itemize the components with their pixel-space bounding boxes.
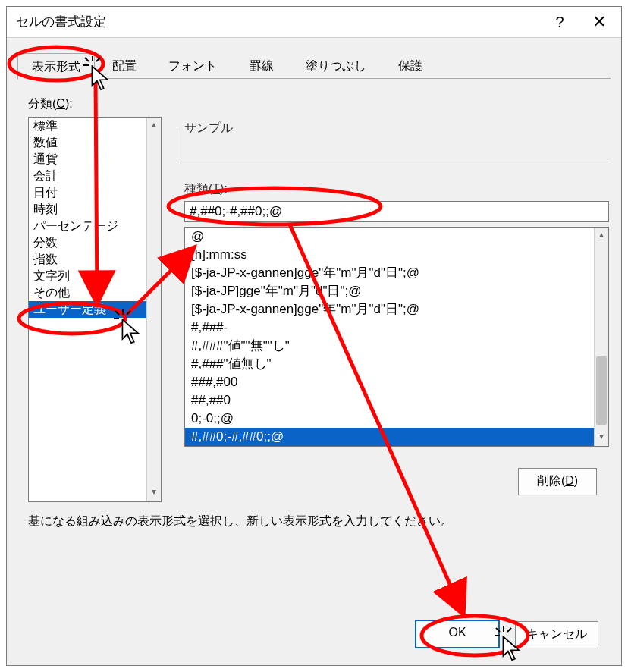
type-row[interactable]: [h]:mm:ss: [185, 246, 608, 264]
category-item-standard[interactable]: 標準: [29, 118, 161, 134]
tab-font[interactable]: フォント: [154, 52, 231, 79]
type-row[interactable]: @: [185, 228, 608, 246]
category-list[interactable]: 標準 数値 通貨 会計 日付 時刻 パーセンテージ 分数 指数 文字列 その他 …: [28, 117, 162, 502]
type-row[interactable]: #,###"値無し": [185, 355, 608, 373]
svg-line-17: [496, 628, 500, 632]
tab-border[interactable]: 罫線: [235, 52, 288, 79]
type-row[interactable]: #,##0;-#,##0;;@: [185, 428, 608, 446]
help-button[interactable]: ?: [542, 7, 577, 37]
category-item-number[interactable]: 数値: [29, 134, 161, 151]
ok-button[interactable]: OK: [415, 620, 500, 648]
category-scrollbar[interactable]: ▴ ▾: [146, 118, 161, 501]
scroll-down-icon[interactable]: ▾: [147, 486, 161, 500]
sample-box: [177, 128, 608, 162]
delete-button[interactable]: 削除(D): [518, 468, 597, 495]
click-effect-icon: [82, 55, 103, 76]
titlebar: セルの書式設定 ? ✕: [7, 7, 621, 38]
category-item-accounting[interactable]: 会計: [29, 168, 161, 184]
scroll-up-icon[interactable]: ▴: [147, 119, 161, 133]
type-row[interactable]: ##,##0: [185, 391, 608, 410]
type-row[interactable]: #,###"値""無""し": [185, 337, 608, 355]
type-row[interactable]: [$-ja-JP-x-gannen]gge"年"m"月"d"日";@: [185, 264, 608, 282]
type-row[interactable]: 0;-0;;@: [185, 410, 608, 428]
tab-fill[interactable]: 塗りつぶし: [291, 52, 381, 79]
svg-line-18: [507, 628, 511, 632]
cancel-button[interactable]: キャンセル: [515, 621, 598, 648]
type-list[interactable]: @ [h]:mm:ss [$-ja-JP-x-gannen]gge"年"m"月"…: [184, 227, 609, 447]
category-item-percentage[interactable]: パーセンテージ: [29, 218, 161, 234]
type-label: 種類(T):: [184, 181, 228, 197]
category-item-date[interactable]: 日付: [29, 184, 161, 201]
type-row[interactable]: [$-ja-JP-x-gannen]gge"年"m"月"d"日";@: [185, 300, 608, 319]
window-title: セルの書式設定: [16, 13, 106, 30]
svg-line-13: [115, 311, 119, 315]
category-item-currency[interactable]: 通貨: [29, 151, 161, 168]
format-cells-dialog: セルの書式設定 ? ✕ 表示形式 配置 フォント 罫線 塗りつぶし 保護 分類(…: [6, 6, 622, 666]
type-row[interactable]: ###,#00: [185, 373, 608, 391]
category-item-custom[interactable]: ユーザー定義: [29, 301, 161, 318]
scroll-up-icon[interactable]: ▴: [595, 229, 608, 243]
click-effect-icon: [493, 625, 514, 646]
category-item-special[interactable]: その他: [29, 284, 161, 301]
click-effect-icon: [112, 308, 133, 329]
category-item-fraction[interactable]: 分数: [29, 234, 161, 251]
type-scrollbar[interactable]: ▴ ▾: [594, 228, 608, 446]
category-label: 分類(C):: [28, 96, 73, 112]
svg-line-10: [96, 58, 100, 61]
close-button[interactable]: ✕: [582, 7, 617, 37]
category-item-scientific[interactable]: 指数: [29, 251, 161, 268]
scroll-thumb[interactable]: [596, 356, 607, 425]
type-input[interactable]: [184, 201, 609, 222]
svg-line-9: [85, 58, 89, 61]
category-item-time[interactable]: 時刻: [29, 201, 161, 218]
tab-protection[interactable]: 保護: [384, 52, 437, 79]
sample-label: サンプル: [184, 121, 233, 137]
type-row[interactable]: [$-ja-JP]gge"年"m"月"d"日";@: [185, 282, 608, 300]
type-row[interactable]: #,###-: [185, 319, 608, 337]
svg-line-14: [127, 311, 130, 315]
scroll-down-icon[interactable]: ▾: [595, 431, 608, 444]
category-item-text[interactable]: 文字列: [29, 268, 161, 284]
hint-text: 基になる組み込みの表示形式を選択し、新しい表示形式を入力してください。: [28, 513, 453, 529]
